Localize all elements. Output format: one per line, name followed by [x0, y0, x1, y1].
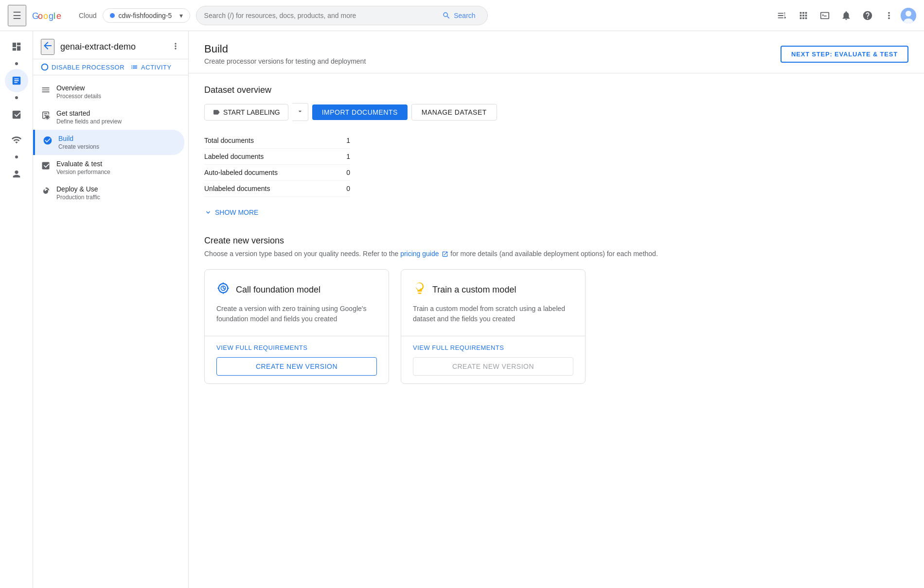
custom-view-requirements-link[interactable]: VIEW FULL REQUIREMENTS — [413, 344, 573, 351]
custom-model-icon — [413, 281, 426, 298]
external-link-icon — [442, 251, 448, 258]
start-labeling-label: START LABELING — [223, 108, 280, 116]
expand-icon — [204, 208, 212, 216]
deploy-icon — [41, 186, 51, 198]
disable-label: DISABLE PROCESSOR — [52, 64, 124, 71]
show-more-button[interactable]: SHOW MORE — [204, 205, 258, 220]
user-avatar[interactable] — [901, 8, 916, 23]
apps-icon[interactable] — [794, 6, 813, 25]
label-icon — [213, 108, 220, 116]
search-icon — [442, 11, 451, 20]
subtitle-text: Choose a version type based on your qual… — [204, 250, 398, 258]
start-labeling-button[interactable]: START LABELING — [204, 104, 288, 121]
deploy-title: Deploy & Use — [56, 185, 100, 193]
icon-rail — [0, 31, 33, 588]
project-name: cdw-fishfooding-5 — [119, 12, 172, 19]
sidebar-more-icon[interactable] — [171, 41, 180, 52]
import-documents-button[interactable]: IMPORT DOCUMENTS — [312, 104, 408, 120]
build-title: Build — [58, 135, 99, 142]
help-icon[interactable] — [858, 6, 877, 25]
overview-title: Overview — [56, 84, 101, 92]
custom-card-title: Train a custom model — [432, 285, 516, 295]
foundation-card-footer: VIEW FULL REQUIREMENTS CREATE NEW VERSIO… — [205, 336, 389, 383]
project-dot-icon — [110, 13, 115, 18]
start-labeling-dropdown-button[interactable] — [292, 103, 308, 121]
more-vert-icon[interactable] — [879, 6, 899, 25]
sidebar-item-evaluate[interactable]: Evaluate & test Version performance — [33, 155, 184, 180]
foundation-card-desc: Create a version with zero training usin… — [216, 304, 377, 324]
sidebar-item-deploy[interactable]: Deploy & Use Production traffic — [33, 180, 184, 206]
rail-docai-icon[interactable] — [5, 69, 28, 92]
project-selector[interactable]: cdw-fishfooding-5 ▾ — [103, 8, 190, 23]
notes-icon[interactable] — [772, 6, 792, 25]
avatar-image — [901, 8, 916, 23]
foundation-card-body: Call foundation model Create a version w… — [205, 270, 389, 336]
stat-auto-labeled-label: Auto-labeled documents — [204, 169, 278, 176]
dataset-overview-title: Dataset overview — [204, 85, 908, 95]
overview-icon — [41, 85, 51, 97]
get-started-text: Get started Define fields and preview — [56, 109, 122, 125]
stat-unlabeled-label: Unlabeled documents — [204, 185, 270, 192]
search-input[interactable] — [204, 12, 439, 19]
rail-analytics-icon[interactable] — [5, 103, 28, 126]
back-button[interactable] — [41, 39, 54, 55]
rail-dot-2 — [15, 96, 18, 99]
sidebar-item-get-started[interactable]: Get started Define fields and preview — [33, 104, 184, 130]
main-layout: genai-extract-demo DISABLE PROCESSOR ACT… — [0, 31, 924, 588]
sidebar-header: genai-extract-demo — [33, 31, 188, 59]
stat-unlabeled-value: 0 — [346, 185, 350, 192]
overview-text: Overview Processor details — [56, 84, 101, 100]
processor-title: genai-extract-demo — [60, 42, 136, 52]
svg-text:g: g — [49, 11, 53, 21]
search-bar[interactable]: Search — [196, 6, 488, 25]
sidebar: genai-extract-demo DISABLE PROCESSOR ACT… — [33, 31, 189, 588]
rail-user-icon[interactable] — [5, 162, 28, 186]
foundation-view-requirements-link[interactable]: VIEW FULL REQUIREMENTS — [216, 344, 377, 351]
google-cloud-logo: G o o g l e Cloud — [32, 9, 97, 22]
custom-model-card: Train a custom model Train a custom mode… — [401, 269, 586, 384]
stat-auto-labeled-value: 0 — [346, 169, 350, 176]
hamburger-menu[interactable]: ☰ — [8, 5, 26, 26]
custom-card-header: Train a custom model — [413, 281, 573, 298]
stat-total-label: Total documents — [204, 137, 254, 144]
header-actions: DISABLE PROCESSOR ACTIVITY — [33, 59, 188, 75]
activity-label: ACTIVITY — [141, 64, 172, 71]
custom-card-body: Train a custom model Train a custom mode… — [401, 270, 585, 336]
main-content: Build Create processor versions for test… — [189, 31, 924, 588]
rail-dashboard-icon[interactable] — [5, 35, 28, 58]
build-text: Build Create versions — [58, 135, 99, 150]
custom-card-desc: Train a custom model from scratch using … — [413, 304, 573, 324]
next-step-button[interactable]: NEXT STEP: EVALUATE & TEST — [781, 46, 908, 63]
stat-total-documents: Total documents 1 — [204, 133, 350, 149]
sidebar-item-build[interactable]: Build Create versions — [33, 130, 184, 155]
sidebar-navigation: Overview Processor details Get started D… — [33, 75, 188, 209]
build-header: Build Create processor versions for test… — [189, 31, 924, 73]
custom-create-version-button[interactable]: CREATE NEW VERSION — [413, 357, 573, 376]
disable-processor-button[interactable]: DISABLE PROCESSOR — [41, 63, 124, 71]
show-more-label: SHOW MORE — [215, 208, 258, 216]
cloud-shell-icon[interactable] — [815, 6, 835, 25]
activity-button[interactable]: ACTIVITY — [130, 63, 172, 71]
create-versions-subtitle: Choose a version type based on your qual… — [204, 250, 908, 258]
svg-text:l: l — [53, 11, 55, 21]
search-button[interactable]: Search — [438, 9, 479, 22]
project-dropdown-arrow: ▾ — [179, 12, 183, 19]
rail-dot-3 — [15, 156, 18, 158]
foundation-create-version-button[interactable]: CREATE NEW VERSION — [216, 357, 377, 376]
rail-monitor-icon[interactable] — [5, 128, 28, 152]
pricing-guide-link[interactable]: pricing guide — [400, 250, 439, 258]
manage-dataset-button[interactable]: MANAGE DATASET — [411, 104, 497, 121]
svg-text:o: o — [38, 11, 43, 21]
build-icon — [43, 136, 53, 148]
stat-total-value: 1 — [346, 137, 350, 144]
content-body: Dataset overview START LABELING IMPORT D… — [189, 73, 924, 396]
evaluate-icon — [41, 161, 51, 173]
notifications-icon[interactable] — [836, 6, 856, 25]
cloud-label: Cloud — [79, 12, 97, 19]
sidebar-item-overview[interactable]: Overview Processor details — [33, 79, 184, 104]
foundation-card-header: Call foundation model — [216, 281, 377, 298]
overview-subtitle: Processor details — [56, 93, 101, 100]
build-title-section: Build Create processor versions for test… — [204, 43, 366, 65]
build-subtitle: Create versions — [58, 143, 99, 150]
evaluate-subtitle: Version performance — [56, 169, 110, 175]
